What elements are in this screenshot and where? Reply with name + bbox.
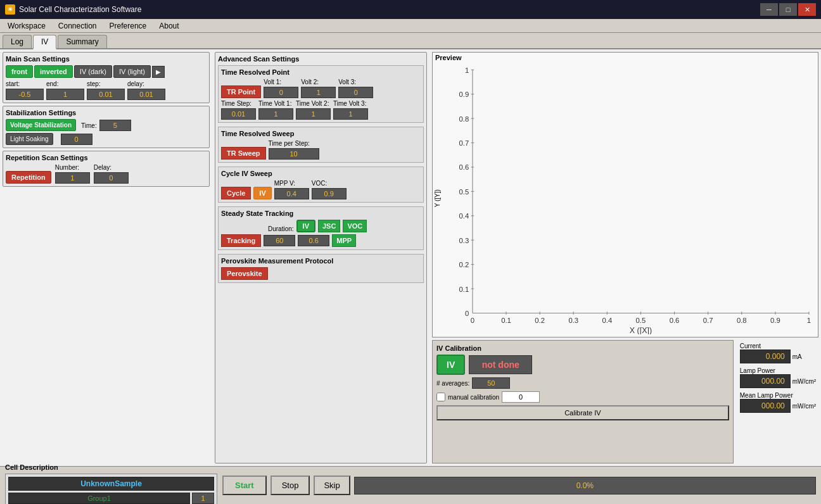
perovskite-button[interactable]: Perovskite [221, 267, 268, 280]
mpp-input[interactable] [274, 188, 309, 199]
time-volt3-input[interactable] [333, 108, 368, 120]
manual-cal-label: manual calibration [448, 394, 499, 401]
repetition-section: Repetition Scan Settings Repetition Numb… [3, 151, 210, 187]
svg-text:1: 1 [465, 66, 469, 74]
manual-cal-checkbox[interactable] [436, 393, 445, 401]
tab-summary[interactable]: Summary [58, 35, 106, 48]
svg-text:0.8: 0.8 [459, 115, 469, 123]
mpp-label: MPP V: [274, 180, 309, 187]
calibration-title: IV Calibration [436, 344, 729, 352]
time-step-input[interactable] [221, 108, 256, 120]
front-button[interactable]: front [6, 65, 33, 78]
tab-log[interactable]: Log [3, 35, 32, 48]
duration-val2-input[interactable] [298, 235, 329, 246]
menu-connection[interactable]: Connection [53, 20, 102, 32]
maximize-button[interactable]: □ [779, 3, 797, 16]
iv-dark-button[interactable]: IV (dark) [74, 65, 112, 78]
app-icon: ☀ [5, 4, 15, 15]
time-per-step-label: Time per Step: [269, 140, 319, 147]
time-per-step-input[interactable] [269, 148, 319, 160]
stab-time-label: Time: [81, 122, 97, 129]
time-volt2-label: Time Volt 2: [296, 100, 331, 107]
duration-input[interactable] [264, 235, 295, 246]
svg-text:0.6: 0.6 [459, 163, 469, 171]
time-volt1-label: Time Volt 1: [258, 100, 293, 107]
delay-input[interactable] [127, 89, 165, 100]
advanced-scan-panel: Advanced Scan Settings Time Resolved Poi… [215, 52, 427, 463]
svg-text:0.2: 0.2 [459, 261, 469, 268]
svg-text:0.4: 0.4 [602, 317, 613, 324]
skip-button[interactable]: Skip [314, 476, 350, 495]
averages-display: 50 [472, 377, 510, 389]
jsc-button[interactable]: JSC [318, 220, 340, 232]
cycle-button[interactable]: Cycle [221, 187, 251, 199]
mpp-button[interactable]: MPP [332, 234, 356, 247]
close-button[interactable]: ✕ [798, 3, 816, 16]
volt1-input[interactable] [264, 87, 298, 98]
voc-input[interactable] [312, 188, 347, 199]
stop-button[interactable]: Stop [270, 476, 310, 495]
cell-group-display: Group1 [8, 493, 190, 504]
title-bar: ☀ Solar Cell Characterization Software ─… [0, 0, 821, 19]
light-soaking-time-input[interactable] [61, 134, 92, 145]
svg-text:0.9: 0.9 [770, 317, 780, 324]
stabilization-title: Stabilization Settings [6, 109, 207, 117]
voc-button[interactable]: VOC [343, 220, 367, 232]
mean-lamp-display: 000.00 [740, 399, 791, 413]
light-soaking-button[interactable]: Light Soaking [6, 133, 53, 145]
averages-label: # averages: [436, 380, 469, 387]
right-panel: Preview Y ([Y]) 1 0.9 [430, 49, 821, 466]
arrow-button[interactable]: ▶ [152, 66, 165, 78]
start-label: start: [6, 80, 44, 87]
svg-text:0.7: 0.7 [459, 139, 469, 147]
manual-cal-input[interactable] [502, 391, 540, 403]
iv-light-button[interactable]: IV (light) [113, 65, 151, 78]
rep-number-input[interactable] [55, 172, 90, 184]
perovskite-section: Perovskite Measurement Protocol Perovski… [218, 254, 424, 283]
step-input[interactable] [87, 89, 125, 100]
chart-svg: 1 0.9 0.8 0.7 0.6 0.5 0.4 [442, 63, 818, 334]
y-axis-label: Y ([Y]) [433, 63, 442, 334]
progress-display: 0.0% [354, 477, 816, 495]
steady-state-section: Steady State Tracking Duration: IV JSC V… [218, 206, 424, 250]
start-input[interactable] [6, 89, 44, 100]
advanced-title: Advanced Scan Settings [218, 55, 424, 63]
tab-bar: Log IV Summary [0, 33, 821, 49]
tr-point-button[interactable]: TR Point [221, 85, 261, 98]
volt2-input[interactable] [301, 87, 336, 98]
time-volt2-input[interactable] [296, 108, 331, 120]
perovskite-title: Perovskite Measurement Protocol [221, 257, 421, 265]
time-step-label: Time Step: [221, 100, 256, 107]
voltage-stabilization-button[interactable]: Voltage Stabilization [6, 119, 76, 131]
volt3-input[interactable] [338, 87, 373, 98]
start-button[interactable]: Start [222, 476, 267, 495]
iv-button[interactable]: IV [253, 187, 271, 199]
minimize-button[interactable]: ─ [760, 3, 778, 16]
iv-cal-button[interactable]: IV [436, 355, 465, 375]
tr-point-title: Time Resolved Point [221, 68, 421, 76]
svg-text:0.1: 0.1 [501, 317, 511, 324]
menu-workspace[interactable]: Workspace [3, 20, 51, 32]
lamp-power-unit: mW/cm² [792, 378, 816, 385]
tab-iv[interactable]: IV [33, 35, 56, 49]
inverted-button[interactable]: inverted [34, 65, 73, 78]
tr-sweep-button[interactable]: TR Sweep [221, 147, 266, 160]
rep-delay-input[interactable] [94, 172, 129, 184]
repetition-button[interactable]: Repetition [6, 171, 51, 184]
stab-time-input[interactable] [99, 120, 131, 131]
time-volt1-input[interactable] [258, 108, 293, 120]
end-input[interactable] [46, 89, 84, 100]
action-buttons: Start Stop Skip 0.0% [222, 476, 816, 495]
cell-desc-box: UnknownSample Group1 1 [5, 474, 217, 504]
main-scan-title: Main Scan Settings [6, 55, 207, 63]
tracking-button[interactable]: Tracking [221, 234, 261, 247]
calibrate-button[interactable]: Calibrate IV [436, 405, 729, 420]
steady-iv-button[interactable]: IV [296, 220, 315, 232]
menu-about[interactable]: About [154, 20, 184, 32]
svg-text:0.1: 0.1 [459, 286, 469, 293]
svg-text:0.6: 0.6 [670, 317, 680, 324]
menu-preference[interactable]: Preference [105, 20, 152, 32]
tr-sweep-section: Time Resolved Sweep TR Sweep Time per St… [218, 127, 424, 163]
repetition-title: Repetition Scan Settings [6, 154, 207, 161]
svg-text:0.3: 0.3 [568, 317, 578, 324]
